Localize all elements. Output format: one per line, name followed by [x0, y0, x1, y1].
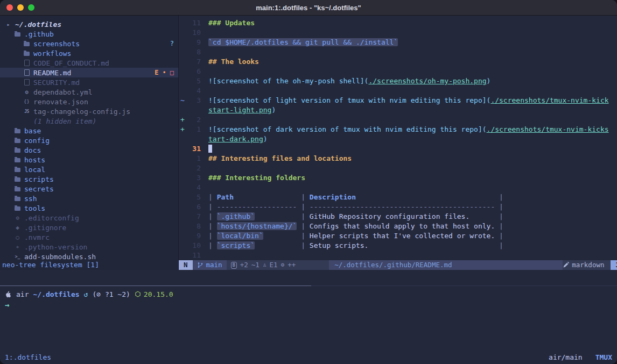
- titlebar: main:1:.dotfiles - "ks~/.dotfiles": [0, 0, 617, 16]
- gear-icon: ⚙: [13, 213, 22, 223]
- git-sign: [179, 163, 187, 173]
- tree-item[interactable]: workflows: [0, 48, 178, 58]
- tree-item[interactable]: ▸~/.dotfiles: [0, 19, 178, 29]
- line-number: 6: [187, 67, 201, 76]
- editor-line[interactable]: 31: [179, 144, 617, 154]
- line-number: 9: [187, 38, 201, 47]
- tree-item[interactable]: ○.nvmrc: [0, 232, 178, 242]
- tree-item[interactable]: ∗.python-version: [0, 242, 178, 252]
- editor-line[interactable]: start-light.png): [179, 105, 617, 115]
- tree-item[interactable]: JStag-changelog-config.js: [0, 106, 178, 116]
- buffer-icon: B: [231, 262, 237, 269]
- tree-item[interactable]: secrets: [0, 184, 178, 194]
- line-number: 11: [187, 18, 201, 28]
- tree-item[interactable]: config: [0, 135, 178, 145]
- editor-line[interactable]: 7| `.github` | GitHub Repository configu…: [179, 212, 617, 222]
- tree-item[interactable]: screenshots?: [0, 39, 178, 48]
- diagnostics-icon: ♙: [263, 260, 267, 270]
- folder-icon: [23, 39, 31, 48]
- line-text: tart-dark.png): [208, 134, 268, 144]
- git-sign: [179, 76, 187, 86]
- tree-item-label: .github: [24, 30, 54, 38]
- line-number: 8: [187, 222, 201, 231]
- shell-icon: >_: [13, 252, 22, 260]
- editor-line[interactable]: 8: [179, 47, 617, 57]
- tree-item[interactable]: ◆.gitignore: [0, 223, 178, 232]
- close-button[interactable]: [6, 4, 13, 11]
- line-text: `cd $HOME/.dotfiles && git pull && ./ins…: [208, 38, 398, 47]
- tree-item[interactable]: ⚙dependabot.yml: [0, 87, 178, 97]
- git-sign: ~: [179, 96, 187, 105]
- folder-icon: [13, 203, 22, 213]
- editor-line[interactable]: 3### Interesting folders: [179, 173, 617, 183]
- apple-icon: [5, 291, 12, 298]
- sync-icon: ↺: [84, 290, 88, 298]
- editor-pane[interactable]: 11### Updates109`cd $HOME/.dotfiles && g…: [179, 16, 617, 270]
- tree-item[interactable]: tools: [0, 203, 178, 213]
- editor-line[interactable]: 11: [179, 251, 617, 260]
- editor-line[interactable]: 6| ------------------- | ---------------…: [179, 202, 617, 212]
- git-sign: [179, 47, 187, 57]
- editor-line[interactable]: 1## Interesting files and locations: [179, 154, 617, 163]
- tree-item[interactable]: ⚙.editorconfig: [0, 213, 178, 223]
- git-sign: [179, 86, 187, 96]
- tree-item[interactable]: >_add-submodules.sh: [0, 252, 178, 260]
- arrow-icon: ▸: [4, 19, 12, 29]
- tree-item[interactable]: {}renovate.json: [0, 97, 178, 106]
- folder-icon: [13, 184, 22, 194]
- braces-icon: {}: [23, 97, 31, 106]
- tree-item-label: tag-changelog-config.js: [33, 108, 130, 116]
- editor-line[interactable]: 8| `hosts/{hostname}/` | Configs that sh…: [179, 222, 617, 231]
- tree-item[interactable]: base: [0, 126, 178, 135]
- editor-line[interactable]: 9`cd $HOME/.dotfiles && git pull && ./in…: [179, 38, 617, 47]
- folder-icon: [13, 135, 22, 145]
- pane-divider[interactable]: [0, 286, 617, 286]
- tree-item-label: docs: [24, 146, 41, 154]
- prompt-git-status: (⊘ ?1 ~2): [92, 290, 130, 298]
- tree-item-label: scripts: [24, 175, 54, 183]
- tree-item[interactable]: .github: [0, 29, 178, 39]
- tree-item[interactable]: hosts: [0, 155, 178, 165]
- tree-item[interactable]: CODE_OF_CONDUCT.md: [0, 58, 178, 68]
- editor-line[interactable]: +2: [179, 115, 617, 125]
- editor-line[interactable]: ~3![screenshot of light version of tmux …: [179, 96, 617, 105]
- git-sign: [179, 154, 187, 163]
- tree-item[interactable]: README.mdE•□: [0, 68, 178, 77]
- tree-item[interactable]: scripts: [0, 174, 178, 184]
- tree-item-label: screenshots: [33, 40, 80, 48]
- shell-pane[interactable]: air ~/.dotfiles ↺ (⊘ ?1 ~2) 20.15.0 → 1:…: [0, 270, 617, 364]
- tree-item[interactable]: ssh: [0, 194, 178, 203]
- tree-item-label: base: [24, 127, 41, 135]
- tree-item[interactable]: SECURITY.md: [0, 77, 178, 87]
- editor-line[interactable]: 5![screenshot of the oh-my-posh shell](.…: [179, 76, 617, 86]
- tree-item-label: CODE_OF_CONDUCT.md: [33, 59, 109, 67]
- editor-line[interactable]: 7## The looks: [179, 57, 617, 67]
- editor-line[interactable]: 5| Path | Description |: [179, 192, 617, 202]
- node-icon: ○: [13, 232, 22, 242]
- editor-line[interactable]: 4: [179, 86, 617, 96]
- editor-line[interactable]: 4: [179, 183, 617, 192]
- tree-item[interactable]: local: [0, 165, 178, 174]
- line-text: start-light.png): [208, 105, 276, 115]
- editor-line[interactable]: 2: [179, 163, 617, 173]
- tree-item[interactable]: docs: [0, 145, 178, 155]
- status-markers: E•□: [155, 69, 174, 76]
- editor-line[interactable]: 11### Updates: [179, 18, 617, 28]
- editor-line[interactable]: 10| `scripts` | Setup scripts. |: [179, 241, 617, 251]
- zoom-button[interactable]: [28, 4, 34, 11]
- tree-item-label: secrets: [24, 185, 54, 193]
- editor-line[interactable]: 10: [179, 28, 617, 38]
- git-sign: [179, 28, 187, 38]
- editor-line[interactable]: +1![screenshot of dark version of tmux w…: [179, 125, 617, 134]
- tmux-window-label[interactable]: 1:.dotfiles: [5, 353, 51, 361]
- gear-icon: ⚙: [23, 87, 31, 97]
- tree-item-label: renovate.json: [33, 98, 88, 106]
- minimize-button[interactable]: [17, 4, 24, 11]
- editor-line[interactable]: 9| `local/bin` | Helper scripts that I'v…: [179, 231, 617, 241]
- git-sign: +: [179, 115, 187, 125]
- tree-item[interactable]: (1 hidden item): [0, 116, 178, 126]
- editor-line[interactable]: 6: [179, 67, 617, 76]
- editor-line[interactable]: tart-dark.png): [179, 134, 617, 144]
- line-number: [187, 105, 201, 115]
- diff-added: +2: [240, 260, 248, 270]
